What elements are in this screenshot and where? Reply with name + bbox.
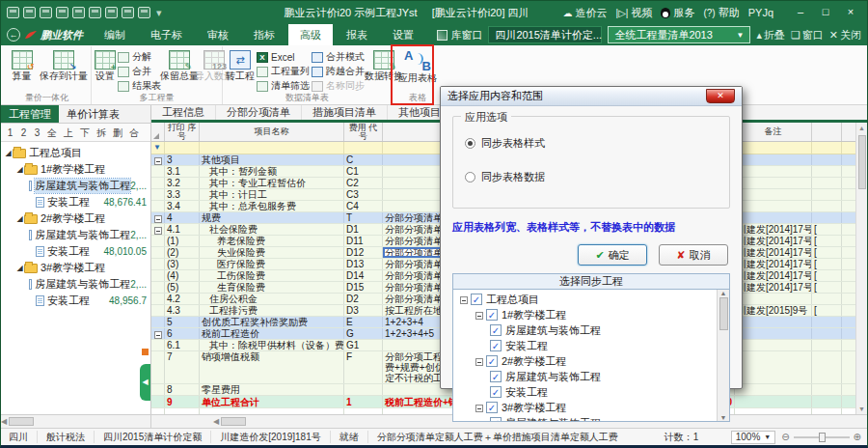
checkbox-checked-icon[interactable]: ✓ — [486, 355, 498, 367]
mingcheng-tongbu-button[interactable]: 名称同步 — [312, 79, 365, 93]
checkbox-checked-icon[interactable]: ✓ — [490, 417, 502, 422]
project-tree-item[interactable]: 安装工程48,956.7 — [1, 293, 150, 309]
cell[interactable]: 其中：计日工 — [200, 189, 344, 200]
zoom-in-icon[interactable]: ⊕ — [854, 432, 861, 442]
qat-more-icon[interactable]: ▾ — [156, 7, 162, 19]
cell[interactable]: F — [344, 351, 383, 383]
save-to-jiliang-button[interactable]: ↘保存到计量 — [40, 47, 88, 93]
print-preview-icon[interactable] — [56, 7, 68, 18]
cell[interactable]: [ — [812, 259, 842, 269]
cell[interactable]: 3.3 — [165, 189, 200, 200]
cell[interactable]: 其他项目 — [200, 154, 344, 165]
cell[interactable]: 4.3 — [165, 305, 200, 316]
radio-sync-data[interactable]: 同步表格数据 — [465, 170, 719, 184]
radio-sync-style[interactable]: 同步表格样式 — [465, 136, 719, 151]
jieguobiao-button[interactable]: 结果表 — [118, 79, 161, 93]
collapse-box-icon[interactable] — [460, 296, 468, 304]
sync-tree-item[interactable]: ✓安装工程 — [453, 338, 729, 353]
cell[interactable]: 税前工程造价 — [200, 328, 344, 339]
tree-expander-icon[interactable]: ◢ — [15, 214, 24, 223]
filter-cell[interactable] — [812, 142, 842, 154]
collapse-box-icon[interactable] — [475, 358, 483, 366]
radio-unselected-icon[interactable] — [465, 172, 475, 182]
scroll-left-icon[interactable]: ◀ — [213, 417, 219, 426]
cell[interactable]: 3.2 — [165, 178, 200, 188]
baoliu-zongliang-button[interactable]: ✎保留总量 — [163, 47, 196, 93]
dialog-close-button[interactable]: ✕ — [706, 89, 735, 103]
gongchengliang-lie-button[interactable]: 工程量列 — [257, 65, 310, 78]
user-name[interactable]: PYJq — [748, 7, 773, 18]
sync-tree-item[interactable]: ✓安装工程 — [453, 384, 729, 400]
cell[interactable]: D14 — [344, 270, 383, 281]
zoom-out-icon[interactable]: ⊖ — [781, 432, 789, 442]
cell[interactable]: G1 — [344, 340, 383, 350]
column-header[interactable]: 备注 — [735, 123, 812, 141]
column-header[interactable]: 打印 序号 — [165, 123, 200, 141]
cell[interactable]: C — [344, 154, 383, 165]
collapse-box-icon[interactable] — [475, 312, 483, 320]
kuayue-hebing-button[interactable]: 跨越合并 — [312, 65, 365, 78]
collapse-box-icon[interactable] — [154, 215, 162, 223]
zoom-slider[interactable]: ⊖ ⊕ — [781, 432, 861, 442]
scroll-thumb[interactable] — [719, 297, 728, 330]
column-header[interactable]: 费用 代号 — [344, 123, 383, 141]
cell[interactable]: [ — [812, 270, 842, 281]
service-link[interactable]: 服务 — [661, 6, 694, 20]
cell[interactable]: D2 — [344, 294, 383, 304]
cell[interactable]: [ — [812, 247, 842, 258]
scroll-up-icon[interactable]: ▲ — [858, 123, 865, 133]
sync-tree-item[interactable]: ✓房屋建筑与装饰工程 — [453, 415, 729, 422]
fenjie-button[interactable]: 分解 — [118, 50, 161, 64]
cell[interactable]: 其中：总承包服务费 — [200, 201, 344, 211]
checkbox-checked-icon[interactable]: ✓ — [486, 309, 498, 321]
scroll-down-icon[interactable]: ▼ — [720, 414, 727, 421]
scroll-down-icon[interactable]: ▼ — [858, 404, 865, 414]
cell[interactable]: 6.1 — [165, 340, 200, 350]
undo-icon[interactable] — [122, 7, 134, 18]
vertical-scrollbar[interactable]: ▲ ▼ — [855, 123, 867, 414]
cell[interactable]: 单位工程合计 — [200, 396, 344, 407]
sync-tree-item[interactable]: ✓房屋建筑与装饰工程 — [453, 322, 729, 338]
cell[interactable]: 创优质工程奖补偿奖励费 — [200, 317, 344, 327]
sync-tree-item[interactable]: ✓3#教学楼工程 — [453, 400, 729, 415]
column-header[interactable]: 项目名称 — [200, 123, 344, 141]
cancel-button[interactable]: ✘取消 — [659, 244, 728, 266]
project-tree-item[interactable]: 安装工程48,676.41 — [1, 194, 150, 210]
tree-toolbar-button-拆[interactable]: 拆 — [94, 126, 109, 140]
tree-toolbar-button-3[interactable]: 3 — [31, 126, 43, 140]
sync-tree-item[interactable]: ✓1#教学楼工程 — [453, 307, 729, 322]
cell[interactable] — [735, 178, 812, 188]
cell[interactable]: 住房公积金 — [200, 294, 344, 304]
cell[interactable] — [735, 166, 812, 177]
project-tree-item[interactable]: 房屋建筑与装饰工程2,... — [1, 276, 150, 293]
cell[interactable] — [812, 189, 842, 200]
tree-toolbar-button-1[interactable]: 1 — [4, 126, 16, 140]
yingyong-biaoge-button[interactable]: AB 应用表格 — [395, 47, 440, 93]
collapse-ribbon-button[interactable]: ▴折叠 — [756, 28, 785, 42]
cell[interactable] — [735, 351, 812, 383]
column-header[interactable] — [151, 123, 165, 141]
tab-gongcheng-guanli[interactable]: 工程管理 — [1, 105, 59, 123]
checkbox-checked-icon[interactable]: ✓ — [490, 386, 502, 398]
cell[interactable]: (5) — [165, 282, 200, 293]
menu-tab-baobiao[interactable]: 报表 — [335, 24, 379, 45]
scroll-up-icon[interactable]: ▲ — [720, 290, 727, 296]
cell[interactable] — [735, 189, 812, 200]
cell[interactable]: 其中：暂列金额 — [200, 166, 344, 177]
project-tree-item[interactable]: ◢3#教学楼工程 — [1, 260, 150, 276]
cell[interactable] — [735, 340, 812, 350]
save-icon[interactable] — [40, 7, 52, 18]
checkbox-checked-icon[interactable]: ✓ — [490, 324, 502, 336]
hebing-button[interactable]: 合并 — [118, 65, 161, 78]
cell[interactable]: 失业保险费 — [200, 247, 344, 258]
quota-library-dropdown[interactable]: 四川2015清单计价定...▼ — [488, 26, 602, 43]
radio-selected-icon[interactable] — [465, 138, 475, 149]
minimize-button[interactable]: – — [788, 4, 813, 21]
cell[interactable] — [812, 351, 842, 383]
cell[interactable] — [812, 294, 842, 304]
cell[interactable]: 3.4 — [165, 201, 200, 211]
cell[interactable]: D11 — [344, 236, 383, 246]
paste-icon[interactable] — [89, 7, 101, 18]
tree-hscrollbar[interactable]: ◀ — [1, 415, 151, 428]
cell[interactable]: 销项增值税额 — [200, 351, 344, 383]
